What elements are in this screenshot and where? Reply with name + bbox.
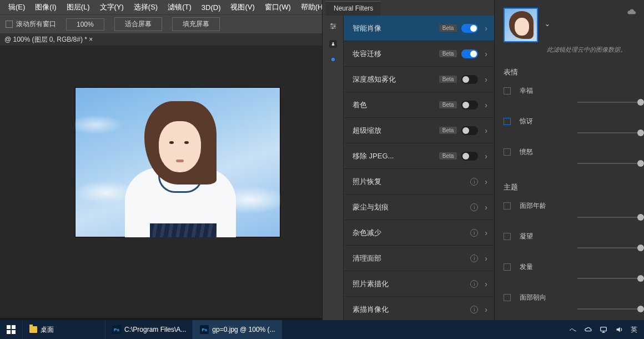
info-icon[interactable]: i [470, 280, 478, 288]
menu-select[interactable]: 选择(S) [129, 0, 163, 14]
scroll-all-windows-checkbox[interactable]: 滚动所有窗口 [6, 19, 56, 29]
option-opts2-2[interactable]: 发量 [504, 262, 644, 272]
filter-row-5[interactable]: 移除 JPEG...Beta› [344, 143, 494, 169]
info-icon[interactable]: i [470, 203, 478, 211]
chevron-right-icon: › [485, 228, 487, 237]
chevron-right-icon: › [485, 152, 487, 161]
filter-toggle[interactable] [461, 101, 478, 109]
filter-row-1[interactable]: 妆容迁移Beta› [344, 41, 494, 67]
cloud-icon [626, 8, 636, 17]
option-opts2-3[interactable]: 面部朝向 [504, 293, 644, 302]
flask-icon[interactable] [329, 40, 337, 48]
checkbox[interactable] [504, 202, 511, 210]
filter-row-8[interactable]: 杂色减少i› [344, 220, 494, 246]
option-opts2-0[interactable]: 面部年龄 [504, 201, 644, 211]
info-icon[interactable]: i [470, 255, 478, 262]
beta-badge: Beta [439, 24, 457, 32]
option-opts1-0[interactable]: 幸福 [504, 86, 644, 96]
filter-name: 移除 JPEG... [353, 151, 435, 161]
filter-row-3[interactable]: 着色Beta› [344, 92, 494, 118]
slider[interactable] [504, 97, 644, 108]
windows-taskbar: 桌面 PsC:\Program Files\A... Psgp=0.jpg @ … [0, 320, 644, 339]
filter-toggle[interactable] [461, 75, 478, 84]
info-icon[interactable]: i [470, 229, 478, 237]
checkbox[interactable] [504, 233, 511, 240]
info-icon[interactable]: i [470, 306, 478, 313]
face-thumbnail[interactable] [504, 8, 538, 42]
filter-row-7[interactable]: 蒙尘与划痕i› [344, 195, 494, 220]
neural-filters-tab[interactable]: Neural Filters [326, 1, 381, 16]
taskbar-app-photoshop[interactable]: Psgp=0.jpg @ 100% (... [193, 320, 281, 339]
chevron-right-icon: › [485, 177, 487, 186]
slider[interactable] [504, 273, 644, 284]
ps-icon: Ps [112, 325, 121, 334]
menu-3d[interactable]: 3D(D) [197, 1, 226, 14]
zoom-level-input[interactable]: 100% [66, 18, 104, 31]
svg-rect-9 [12, 330, 16, 334]
ps-icon: Ps [200, 325, 209, 334]
info-icon[interactable]: i [470, 178, 478, 186]
menu-view[interactable]: 视图(V) [225, 0, 259, 14]
menu-text[interactable]: 文字(Y) [95, 0, 129, 14]
checkbox[interactable] [504, 263, 511, 271]
neural-filters-list: 智能肖像Beta›妆容迁移Beta›深度感知雾化Beta›着色Beta›超级缩放… [344, 16, 494, 320]
slider[interactable] [504, 127, 644, 138]
filter-row-9[interactable]: 清理面部i› [344, 246, 494, 271]
filter-row-4[interactable]: 超级缩放Beta› [344, 118, 494, 143]
expression-section-title: 表情 [504, 67, 644, 77]
menu-image[interactable]: 图像(I) [30, 0, 61, 14]
slider[interactable] [504, 158, 644, 169]
onedrive-icon[interactable] [584, 326, 592, 333]
slider[interactable] [504, 242, 644, 253]
document-canvas[interactable] [75, 87, 280, 237]
menu-edit[interactable]: 辑(E) [3, 0, 30, 14]
filter-row-2[interactable]: 深度感知雾化Beta› [344, 67, 494, 92]
filter-row-11[interactable]: 素描肖像化i› [344, 297, 494, 320]
taskbar-app-explorer[interactable]: PsC:\Program Files\A... [105, 320, 193, 339]
chevron-down-icon[interactable]: ⌄ [545, 20, 550, 28]
start-button[interactable] [0, 320, 22, 339]
slider[interactable] [504, 303, 644, 315]
scroll-all-label: 滚动所有窗口 [16, 19, 56, 29]
option-opts2-1[interactable]: 凝望 [504, 232, 644, 241]
taskbar-desktop-label: 桌面 [41, 325, 54, 335]
option-label: 发量 [520, 262, 533, 272]
fill-screen-button[interactable]: 填充屏幕 [172, 17, 220, 31]
neural-filters-panel: Neural Filters 智能肖像Beta›妆容迁移Beta›深度感知雾化B… [322, 0, 494, 320]
fit-screen-button[interactable]: 适合屏幕 [114, 17, 162, 31]
filter-row-6[interactable]: 照片恢复i› [344, 169, 494, 195]
network-icon[interactable] [600, 326, 607, 333]
checkbox[interactable] [504, 294, 511, 301]
checkbox[interactable] [504, 148, 511, 156]
sliders-icon[interactable] [329, 22, 337, 30]
filter-toggle[interactable] [461, 126, 478, 135]
menu-window[interactable]: 窗口(W) [260, 0, 296, 14]
option-opts1-1[interactable]: 惊讶 [504, 117, 644, 126]
filter-toggle[interactable] [461, 49, 478, 58]
menu-layer[interactable]: 图层(L) [62, 0, 95, 14]
filter-name: 照片素描化 [353, 279, 466, 289]
volume-icon[interactable] [615, 326, 623, 333]
svg-rect-8 [7, 330, 11, 334]
filter-name: 智能肖像 [353, 23, 435, 33]
taskbar-app1-label: C:\Program Files\A... [124, 326, 186, 333]
checkbox[interactable] [504, 87, 511, 94]
option-label: 幸福 [520, 86, 533, 96]
option-opts1-2[interactable]: 愤怒 [504, 147, 644, 157]
option-label: 愤怒 [520, 147, 533, 157]
filter-name: 深度感知雾化 [353, 74, 435, 84]
chevron-right-icon: › [485, 305, 487, 314]
filter-properties-panel: ⌄ 此滤镜处理云中的图像数据。 表情 幸福惊讶愤怒 主题 面部年龄凝望发量面部朝… [494, 0, 644, 320]
filter-toggle[interactable] [461, 24, 478, 33]
menu-filter[interactable]: 滤镜(T) [163, 0, 197, 14]
filter-row-10[interactable]: 照片素描化i› [344, 271, 494, 297]
filter-toggle[interactable] [461, 152, 478, 161]
system-tray: へ 英 [570, 325, 644, 335]
ime-indicator[interactable]: 英 [631, 325, 637, 335]
tray-chevron-icon[interactable]: へ [570, 325, 576, 335]
filter-name: 清理面部 [353, 253, 466, 263]
taskbar-desktop[interactable]: 桌面 [22, 320, 61, 339]
checkbox[interactable] [504, 118, 511, 125]
slider[interactable] [504, 212, 644, 223]
filter-row-0[interactable]: 智能肖像Beta› [344, 16, 494, 41]
